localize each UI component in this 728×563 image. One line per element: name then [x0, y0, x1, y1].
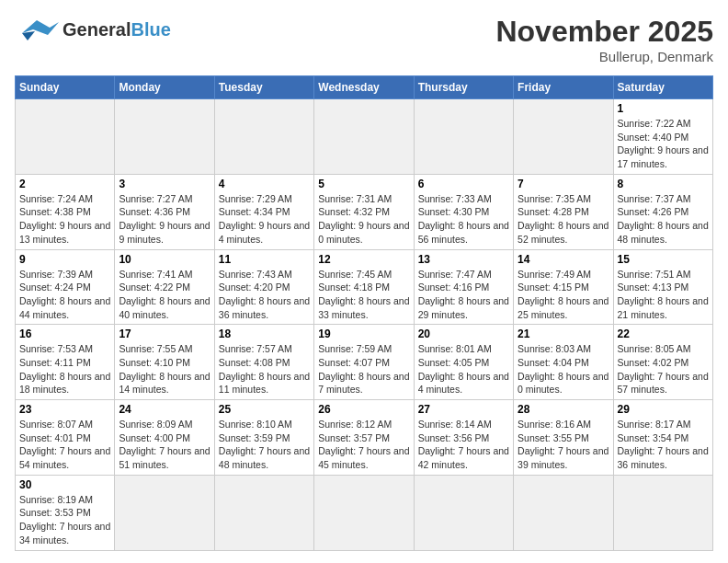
calendar-cell: 5Sunrise: 7:31 AMSunset: 4:32 PMDaylight… [314, 174, 414, 249]
daylight: Daylight: 8 hours and 14 minutes. [119, 371, 210, 396]
calendar-cell: 15Sunrise: 7:51 AMSunset: 4:13 PMDayligh… [613, 249, 712, 325]
page-header: GeneralBlue November 2025 Bullerup, Denm… [15, 15, 713, 64]
calendar-cell [613, 475, 712, 550]
week-row-3: 9Sunrise: 7:39 AMSunset: 4:24 PMDaylight… [16, 249, 713, 325]
calendar-cell: 14Sunrise: 7:49 AMSunset: 4:15 PMDayligh… [514, 249, 613, 325]
daylight: Daylight: 8 hours and 11 minutes. [219, 371, 310, 396]
day-number: 15 [618, 253, 709, 266]
day-info: Sunrise: 8:14 AMSunset: 3:56 PMDaylight:… [418, 418, 509, 472]
daylight: Daylight: 9 hours and 9 minutes. [119, 220, 210, 245]
day-info: Sunrise: 7:59 AMSunset: 4:07 PMDaylight:… [318, 342, 409, 396]
calendar-cell: 22Sunrise: 8:05 AMSunset: 4:02 PMDayligh… [613, 325, 712, 400]
logo: GeneralBlue [15, 15, 171, 44]
day-number: 9 [19, 253, 110, 266]
weekday-header-row: SundayMondayTuesdayWednesdayThursdayFrid… [16, 76, 713, 99]
sunset: Sunset: 4:04 PM [518, 357, 589, 368]
daylight: Daylight: 8 hours and 52 minutes. [518, 220, 609, 245]
calendar-cell [214, 99, 313, 175]
calendar-cell: 27Sunrise: 8:14 AMSunset: 3:56 PMDayligh… [414, 400, 513, 476]
daylight: Daylight: 8 hours and 21 minutes. [618, 295, 709, 320]
calendar-cell: 13Sunrise: 7:47 AMSunset: 4:16 PMDayligh… [414, 249, 513, 325]
daylight: Daylight: 8 hours and 29 minutes. [418, 295, 509, 320]
day-info: Sunrise: 8:01 AMSunset: 4:05 PMDaylight:… [418, 342, 509, 396]
daylight: Daylight: 8 hours and 0 minutes. [518, 371, 609, 396]
daylight: Daylight: 8 hours and 7 minutes. [318, 371, 409, 396]
day-info: Sunrise: 8:16 AMSunset: 3:55 PMDaylight:… [518, 418, 609, 472]
daylight: Daylight: 9 hours and 0 minutes. [318, 220, 409, 245]
weekday-header-sunday: Sunday [16, 76, 115, 99]
sunset: Sunset: 3:53 PM [19, 507, 91, 518]
daylight: Daylight: 8 hours and 18 minutes. [19, 371, 110, 396]
day-info: Sunrise: 7:53 AMSunset: 4:11 PMDaylight:… [19, 342, 110, 396]
sunset: Sunset: 3:55 PM [518, 432, 589, 443]
weekday-header-saturday: Saturday [613, 76, 712, 99]
day-number: 12 [318, 253, 409, 266]
calendar-cell: 7Sunrise: 7:35 AMSunset: 4:28 PMDaylight… [514, 174, 613, 249]
day-info: Sunrise: 7:35 AMSunset: 4:28 PMDaylight:… [518, 192, 609, 247]
day-info: Sunrise: 7:27 AMSunset: 4:36 PMDaylight:… [119, 192, 210, 247]
day-number: 17 [119, 327, 210, 340]
sunrise: Sunrise: 7:57 AM [219, 343, 292, 354]
calendar-cell: 26Sunrise: 8:12 AMSunset: 3:57 PMDayligh… [314, 400, 414, 476]
sunset: Sunset: 4:05 PM [418, 357, 490, 368]
title-block: November 2025 Bullerup, Denmark [495, 15, 713, 64]
sunset: Sunset: 4:01 PM [19, 432, 91, 443]
week-row-2: 2Sunrise: 7:24 AMSunset: 4:38 PMDaylight… [16, 174, 713, 249]
day-info: Sunrise: 8:03 AMSunset: 4:04 PMDaylight:… [518, 342, 609, 396]
calendar-cell: 3Sunrise: 7:27 AMSunset: 4:36 PMDaylight… [115, 174, 214, 249]
daylight: Daylight: 9 hours and 17 minutes. [618, 144, 709, 169]
sunrise: Sunrise: 7:27 AM [119, 193, 192, 204]
daylight: Daylight: 9 hours and 4 minutes. [219, 220, 310, 245]
sunset: Sunset: 4:22 PM [119, 282, 190, 293]
sunrise: Sunrise: 7:22 AM [618, 118, 691, 129]
day-number: 22 [618, 327, 709, 340]
day-number: 24 [119, 403, 210, 416]
sunrise: Sunrise: 7:39 AM [19, 269, 93, 280]
sunset: Sunset: 4:36 PM [119, 206, 190, 217]
calendar-cell: 6Sunrise: 7:33 AMSunset: 4:30 PMDaylight… [414, 174, 513, 249]
sunset: Sunset: 4:00 PM [119, 432, 190, 443]
sunrise: Sunrise: 8:10 AM [219, 419, 292, 430]
day-number: 8 [618, 178, 709, 190]
day-info: Sunrise: 7:43 AMSunset: 4:20 PMDaylight:… [219, 268, 310, 322]
weekday-header-thursday: Thursday [414, 76, 513, 99]
sunrise: Sunrise: 8:07 AM [19, 419, 93, 430]
day-number: 29 [618, 403, 709, 416]
logo-general: General [63, 19, 131, 40]
day-number: 6 [418, 178, 509, 190]
sunrise: Sunrise: 8:03 AM [518, 343, 591, 354]
daylight: Daylight: 7 hours and 48 minutes. [219, 445, 310, 470]
sunset: Sunset: 3:57 PM [318, 432, 390, 443]
day-info: Sunrise: 7:22 AMSunset: 4:40 PMDaylight:… [618, 117, 709, 171]
sunrise: Sunrise: 7:45 AM [318, 269, 392, 280]
day-number: 18 [219, 327, 310, 340]
day-number: 7 [518, 178, 609, 190]
calendar-cell: 1Sunrise: 7:22 AMSunset: 4:40 PMDaylight… [613, 99, 712, 175]
day-info: Sunrise: 7:24 AMSunset: 4:38 PMDaylight:… [19, 192, 110, 247]
sunset: Sunset: 4:34 PM [219, 206, 290, 217]
day-number: 10 [119, 253, 210, 266]
weekday-header-monday: Monday [115, 76, 214, 99]
calendar-cell: 8Sunrise: 7:37 AMSunset: 4:26 PMDaylight… [613, 174, 712, 249]
day-number: 28 [518, 403, 609, 416]
day-number: 20 [418, 327, 509, 340]
calendar-cell [115, 475, 214, 550]
day-number: 16 [19, 327, 110, 340]
calendar-cell [514, 99, 613, 175]
daylight: Daylight: 8 hours and 25 minutes. [518, 295, 609, 320]
sunrise: Sunrise: 8:05 AM [618, 343, 691, 354]
day-number: 23 [19, 403, 110, 416]
daylight: Daylight: 8 hours and 33 minutes. [318, 295, 409, 320]
sunrise: Sunrise: 7:51 AM [618, 269, 691, 280]
sunset: Sunset: 4:28 PM [518, 206, 589, 217]
calendar-cell [214, 475, 313, 550]
daylight: Daylight: 7 hours and 36 minutes. [618, 445, 709, 470]
logo-icon [15, 15, 59, 44]
day-number: 27 [418, 403, 509, 416]
sunrise: Sunrise: 7:29 AM [219, 193, 292, 204]
sunset: Sunset: 3:56 PM [418, 432, 490, 443]
day-info: Sunrise: 7:41 AMSunset: 4:22 PMDaylight:… [119, 268, 210, 322]
calendar-cell: 28Sunrise: 8:16 AMSunset: 3:55 PMDayligh… [514, 400, 613, 476]
day-info: Sunrise: 7:57 AMSunset: 4:08 PMDaylight:… [219, 342, 310, 396]
sunset: Sunset: 4:07 PM [318, 357, 390, 368]
